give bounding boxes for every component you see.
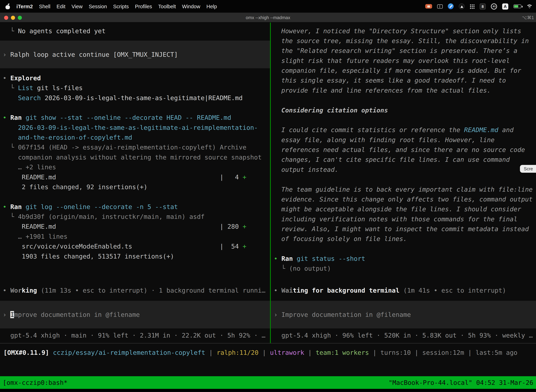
terminal-line: └ 067f154 (HEAD -> essay/ai-reimplementa… [0, 142, 270, 152]
screen-share-edge-tab[interactable]: Scre [520, 165, 536, 173]
prompt-input[interactable]: › Improve documentation in @filename [0, 301, 270, 328]
text-segment: README.md | 4 [3, 173, 243, 181]
text-segment: • [3, 287, 10, 294]
terminal-line: changes, I can't cite specific file line… [278, 155, 536, 165]
terminal-line: I could cite commit statistics or refere… [278, 125, 536, 135]
bottom-strip [0, 389, 536, 392]
screen-recording-indicator[interactable] [425, 4, 432, 9]
text-segment: evidence. Since this change only affects… [281, 196, 533, 203]
text-segment: src/voice/voiceModeEnabled.ts | 54 [3, 243, 243, 250]
terminal-line: 2 files changed, 92 insertions(+) [0, 182, 270, 192]
text-segment: └ [3, 84, 18, 92]
text-segment [3, 94, 18, 102]
left-pane[interactable]: └ No agents completed yet› Ralph loop ac… [0, 23, 270, 343]
terminal-line: • Ran git log --oneline --decorate -n 5 … [0, 202, 270, 212]
reasoning-paragraph-3: The team guideline is to back every impo… [278, 184, 536, 244]
terminal-line: README.md | 280 + [0, 222, 270, 232]
menu-item-view[interactable]: View [72, 3, 83, 9]
text-segment: 4b9d30f (origin/main, instructkr/main, m… [18, 213, 205, 220]
text-segment: Wai [281, 287, 293, 294]
terminal-line: The team guideline is to back every impo… [278, 184, 536, 194]
text-segment: references need actual files, and since … [281, 146, 525, 153]
terminal-line: [OMX#0.11.9] cczip/essay/ai-reimplementa… [3, 348, 536, 357]
input-source-icon[interactable]: A [502, 3, 508, 9]
model-status: gpt-5.4 xhigh · main · 91% left · 2.31M … [0, 331, 270, 340]
reasoning-paragraph-2: I could cite commit statistics or refere… [278, 125, 536, 174]
text-segment: mprove documentation in @filename [14, 311, 140, 318]
text-segment: | [464, 349, 475, 356]
menu-item-profiles[interactable]: Profiles [135, 3, 152, 9]
text-segment: • [3, 114, 10, 121]
terminal-line: references need actual files, and since … [278, 145, 536, 154]
text-segment: | [258, 349, 270, 356]
text-segment: › [274, 311, 281, 318]
text-segment: including verification notes with those … [281, 215, 517, 223]
text-segment: team:1 workers [316, 349, 369, 356]
terminal-line: └ List git ls-files [0, 83, 270, 93]
terminal-line: README.md | 4 + [0, 172, 270, 182]
apple-menu-icon[interactable] [5, 3, 10, 9]
text-segment: and-the-erosion-of-copyleft.md [3, 134, 132, 141]
wifi-icon[interactable] [526, 4, 533, 9]
menu-item-window[interactable]: Window [182, 3, 200, 9]
text-segment: README.md [464, 126, 498, 134]
menu-item-scripts[interactable]: Scripts [113, 3, 129, 9]
terminal-line: └ (no output) [271, 264, 536, 273]
window-title: omx --xhigh --madmax [246, 15, 290, 20]
text-segment: ultrawork [270, 349, 304, 356]
keypad-8-icon[interactable]: 8 [479, 3, 486, 9]
battery-icon[interactable] [513, 5, 522, 8]
working-status: • Working (11m 13s • esc to interrupt) ·… [0, 285, 270, 295]
terminal-line: └ 4b9d30f (origin/main, instructkr/main,… [0, 212, 270, 221]
text-segment: However, I noticed the "Directory Struct… [281, 27, 521, 35]
text-segment: 1903 files changed, 513517 insertions(+) [3, 252, 174, 260]
text-segment: king [22, 287, 37, 294]
text-segment: output instead. [281, 166, 339, 173]
text-segment: README.md | 280 [3, 223, 243, 230]
terminal-line: Considering citation options [278, 105, 536, 115]
window-tiling-icon[interactable] [437, 4, 443, 8]
text-segment: git log --oneline --decorate -n 5 --stat [22, 203, 178, 210]
text-segment: of focusing solely on file lines. [281, 235, 407, 242]
text-segment: companion file, especially if more comme… [281, 67, 521, 74]
ralph-loop-banner: › Ralph loop active continue [OMX_TMUX_I… [0, 41, 270, 68]
text-segment: + [243, 243, 247, 250]
text-segment: No agents completed yet [18, 27, 105, 35]
text-segment: 2026-03-09-is-legal-the-same-as-legitima… [3, 124, 258, 131]
ghostty-icon[interactable] [459, 3, 464, 9]
terminal-line: might be acceptable alongside the file l… [278, 204, 536, 214]
text-segment: review. Also, I might want to inspect th… [281, 225, 529, 233]
menubar-status-icons: 8.61A [425, 0, 532, 13]
menu-item-help[interactable]: Help [206, 3, 217, 9]
prompt-input[interactable]: › Improve documentation in @filename [271, 301, 536, 328]
traffic-lights [4, 13, 22, 23]
window-titlebar[interactable]: omx --xhigh --madmax ⌥⌘1 [0, 13, 536, 23]
safari-icon[interactable] [448, 3, 454, 9]
zoom-button[interactable] [18, 15, 22, 19]
apps-grid-icon[interactable] [470, 4, 474, 9]
menu-item-shell[interactable]: Shell [39, 3, 50, 9]
text-segment: [OMX#0.11.9] [3, 349, 53, 356]
menu-item-edit[interactable]: Edit [57, 3, 65, 9]
close-button[interactable] [4, 15, 8, 19]
reasoning-paragraph-1: However, I noticed the "Directory Struct… [278, 26, 536, 95]
terminal-line: 1903 files changed, 513517 insertions(+) [0, 251, 270, 261]
git-show-block: • Ran git show --stat --oneline --decora… [0, 112, 270, 192]
menu-item-toolbelt[interactable]: Toolbelt [158, 3, 176, 9]
text-segment: • [3, 75, 10, 82]
battery-percent-gauge-icon[interactable]: .61 [491, 3, 497, 9]
text-segment: 2026-03-09-is-legal-the-same-as-legitima… [41, 94, 243, 102]
text-segment: └ [274, 265, 289, 272]
minimize-button[interactable] [11, 15, 15, 19]
text-segment: Wor [10, 287, 22, 294]
right-pane[interactable]: However, I noticed the "Directory Struct… [271, 23, 536, 343]
text-segment: and [498, 126, 514, 134]
iterm2-window: omx --xhigh --madmax ⌥⌘1 └ No agents com… [0, 13, 536, 392]
menu-item-iterm2[interactable]: iTerm2 [16, 3, 33, 9]
terminal-line: evidence. Since this change only affects… [278, 194, 536, 204]
text-segment: (no output) [289, 265, 331, 272]
reasoning-heading: Considering citation options [278, 105, 536, 115]
menu-item-session[interactable]: Session [89, 3, 107, 9]
screen: iTerm2ShellEditViewSessionScriptsProfile… [0, 0, 536, 392]
terminal-line: However, I noticed the "Directory Struct… [278, 26, 536, 36]
